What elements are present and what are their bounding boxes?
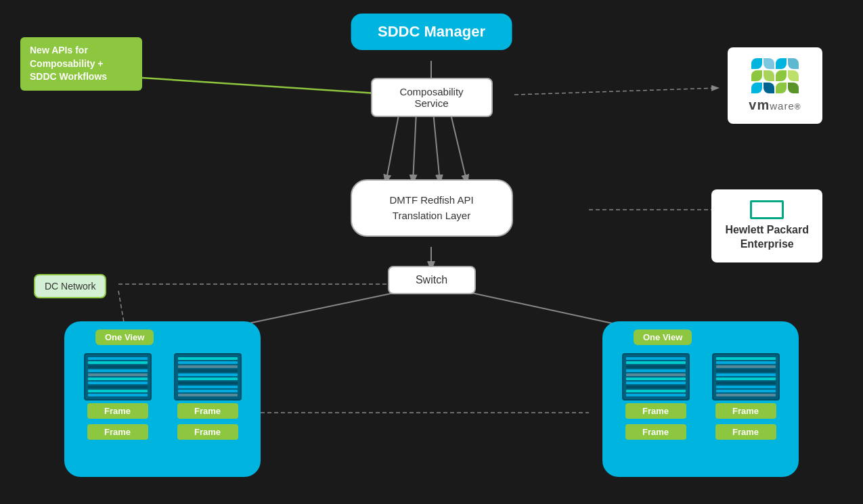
right-frame-label-3: Frame	[625, 424, 686, 440]
vmware-mosaic	[751, 58, 799, 93]
right-frame-label-1: Frame	[625, 403, 686, 419]
left-frame-label-4: Frame	[177, 424, 238, 440]
right-rack-1	[622, 353, 690, 400]
left-rack-2	[174, 353, 242, 400]
switch-box: Switch	[388, 266, 476, 294]
left-one-view-label: One View	[95, 329, 154, 345]
svg-line-4	[450, 112, 467, 183]
left-rack-1	[84, 353, 152, 400]
svg-line-5	[514, 88, 717, 95]
left-server-grid: Frame Frame Frame Frame	[75, 353, 250, 440]
right-server-unit-1: Frame Frame	[613, 353, 698, 440]
svg-line-2	[413, 112, 416, 183]
composability-service-box: ComposabilityService	[371, 78, 493, 117]
left-cluster: One View Frame Frame	[64, 321, 261, 477]
right-server-grid: Frame Frame Frame Frame	[613, 353, 788, 440]
svg-line-13	[142, 78, 376, 93]
sddc-manager-box: SDDC Manager	[351, 14, 512, 50]
hpe-text: Hewlett PackardEnterprise	[725, 223, 809, 252]
hpe-logo: Hewlett PackardEnterprise	[711, 189, 822, 262]
svg-line-1	[386, 112, 399, 183]
dc-network-box: DC Network	[34, 274, 106, 298]
right-cluster: One View Frame Frame	[602, 321, 799, 477]
right-server-unit-2: Frame Frame	[703, 353, 788, 440]
right-frame-label-2: Frame	[715, 403, 776, 419]
dmtf-box: DMTF Redfish APITranslation Layer	[351, 179, 513, 237]
left-server-unit-1: Frame Frame	[75, 353, 160, 440]
diagram-container: New APIs for Composability + SDDC Workfl…	[0, 0, 863, 504]
vmware-logo: vmware®	[728, 47, 822, 124]
right-frame-label-4: Frame	[715, 424, 776, 440]
left-frame-label-2: Frame	[177, 403, 238, 419]
hpe-rect	[750, 200, 784, 219]
vmware-text: vmware®	[749, 97, 801, 113]
right-one-view-label: One View	[634, 329, 692, 345]
left-frame-label-3: Frame	[87, 424, 148, 440]
left-frame-label-1: Frame	[87, 403, 148, 419]
annotation-box: New APIs for Composability + SDDC Workfl…	[20, 37, 142, 91]
svg-line-3	[433, 112, 440, 183]
left-server-unit-2: Frame Frame	[165, 353, 250, 440]
right-rack-2	[712, 353, 780, 400]
